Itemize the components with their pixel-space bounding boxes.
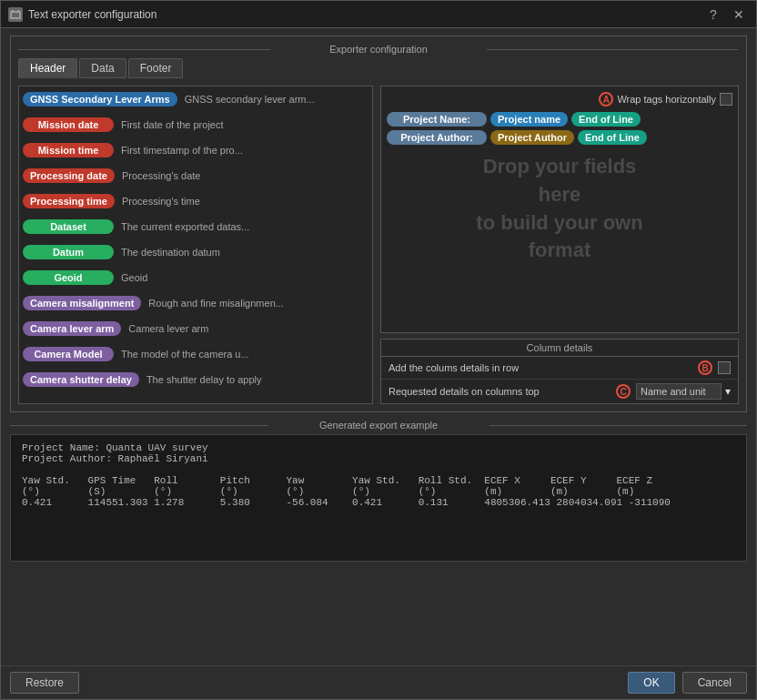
ok-button[interactable]: OK (628, 672, 674, 694)
main-window: Text exporter configuration ? ✕ Exporter… (0, 0, 757, 700)
project-name-tag[interactable]: Project name (490, 112, 568, 127)
wrap-tags-bar: A Wrap tags horizontally (387, 92, 732, 107)
tabs-container: Header Data Footer (18, 58, 739, 78)
details-dropdown[interactable]: Name and unit Name only Unit only None (636, 383, 722, 400)
wrap-tags-icon-a: A (599, 92, 613, 107)
exporter-config-label: Exporter configuration (18, 44, 739, 55)
drop-hint-line2: to build your own format (470, 209, 649, 266)
project-author-eol[interactable]: End of Line (578, 130, 647, 145)
dropdown-arrow-icon: ▾ (725, 385, 731, 398)
drop-hint-line1: Drop your fields here (470, 153, 649, 209)
tab-header[interactable]: Header (18, 58, 77, 78)
column-details-icon-b: B (698, 360, 712, 375)
add-colums-label: Add the colums details in row (389, 362, 692, 373)
format-row-project-author: Project Author: Project Author End of Li… (387, 130, 732, 145)
tag-camera-model: Camera Model (23, 347, 114, 361)
tag-processing-date-desc: Processing's date (122, 170, 368, 181)
cancel-button[interactable]: Cancel (682, 672, 747, 694)
details-dropdown-container: Name and unit Name only Unit only None ▾ (636, 383, 731, 400)
column-details-title: Column details (381, 340, 738, 357)
column-details-row-add: Add the colums details in row B (381, 357, 738, 380)
tag-camera-shutter: Camera shutter delay (23, 372, 139, 387)
tag-datum-desc: The destination datum (121, 247, 368, 258)
left-panel: GNSS Secondary Lever Arms GNSS secondary… (18, 86, 373, 404)
project-author-label: Project Author: (387, 130, 487, 145)
tag-geoid-desc: Geoid (121, 272, 368, 283)
tab-data[interactable]: Data (79, 58, 126, 78)
list-item[interactable]: Geoid Geoid (19, 265, 372, 290)
tag-camera-shutter-desc: The shutter delay to apply (146, 374, 368, 385)
list-item[interactable]: Datum The destination datum (19, 239, 372, 265)
add-colums-checkbox[interactable] (718, 361, 731, 374)
wrap-tags-label: Wrap tags horizontally (617, 94, 716, 105)
tag-mission-time-desc: First timestamp of the pro... (121, 145, 368, 156)
list-item[interactable]: Mission date First date of the project (19, 112, 372, 137)
generated-label: Generated export example (10, 420, 747, 431)
list-item[interactable]: Camera lever arm Camera lever arm (19, 316, 372, 341)
tag-mission-time: Mission time (23, 143, 114, 157)
tab-footer[interactable]: Footer (128, 58, 184, 78)
tab-content: GNSS Secondary Lever Arms GNSS secondary… (18, 86, 739, 404)
list-item[interactable]: Processing time Processing's time (19, 188, 372, 214)
tag-dataset: Dataset (23, 219, 114, 234)
tag-processing-date: Processing date (23, 168, 115, 183)
close-button[interactable]: ✕ (729, 5, 749, 25)
column-details-icon-c: C (616, 384, 631, 399)
app-icon (8, 7, 23, 22)
generated-section: Generated export example Project Name: Q… (10, 420, 747, 562)
tag-processing-time-desc: Processing's time (122, 196, 368, 207)
main-content: Exporter configuration Header Data Foote… (1, 28, 756, 665)
tag-dataset-desc: The current exported datas... (121, 221, 368, 232)
list-item[interactable]: Mission time First timestamp of the pro.… (19, 137, 372, 163)
tag-camera-misalignment-desc: Rough and fine misalignmen... (148, 298, 368, 309)
column-details: Column details Add the colums details in… (380, 339, 739, 404)
drop-hint: Drop your fields here to build your own … (470, 153, 649, 265)
tag-mission-date-desc: First date of the project (121, 119, 368, 130)
project-name-label: Project Name: (387, 112, 487, 127)
tag-mission-date: Mission date (23, 117, 114, 132)
format-rows: Project Name: Project name End of Line P… (387, 112, 732, 145)
project-author-tag[interactable]: Project Author (490, 130, 574, 145)
tag-datum: Datum (23, 245, 114, 259)
right-panel: A Wrap tags horizontally Project Name: P… (380, 86, 739, 404)
exporter-config-section: Exporter configuration Header Data Foote… (10, 36, 747, 412)
fields-list[interactable]: GNSS Secondary Lever Arms GNSS secondary… (18, 86, 373, 404)
tag-geoid: Geoid (23, 270, 114, 285)
window-title: Text exporter configuration (28, 8, 698, 21)
format-area[interactable]: A Wrap tags horizontally Project Name: P… (380, 86, 739, 333)
help-button[interactable]: ? (703, 5, 723, 25)
list-item[interactable]: Camera Model The model of the camera u..… (19, 341, 372, 367)
column-details-row-requested: Requested details on columns top C Name … (381, 380, 738, 403)
wrap-tags-checkbox[interactable] (720, 93, 732, 106)
svg-rect-0 (11, 12, 20, 18)
tag-camera-misalignment: Camera misalignment (23, 296, 141, 310)
list-item[interactable]: Camera misalignment Rough and fine misal… (19, 290, 372, 316)
restore-button[interactable]: Restore (10, 672, 79, 694)
tag-processing-time: Processing time (23, 194, 115, 208)
list-item[interactable]: GNSS Secondary Lever Arms GNSS secondary… (19, 86, 372, 112)
tag-camera-lever: Camera lever arm (23, 321, 121, 336)
tag-gnss: GNSS Secondary Lever Arms (23, 92, 177, 107)
list-item[interactable]: Dataset The current exported datas... (19, 214, 372, 239)
title-bar: Text exporter configuration ? ✕ (1, 1, 756, 28)
project-name-eol[interactable]: End of Line (571, 112, 641, 127)
format-row-project-name: Project Name: Project name End of Line (387, 112, 732, 127)
tag-gnss-desc: GNSS secondary lever arm... (185, 94, 368, 105)
tag-camera-lever-desc: Camera lever arm (128, 323, 368, 334)
requested-details-label: Requested details on columns top (389, 386, 611, 397)
footer-bar: Restore OK Cancel (1, 665, 756, 699)
generated-box: Project Name: Quanta UAV survey Project … (10, 434, 747, 562)
list-item[interactable]: Camera shutter delay The shutter delay t… (19, 367, 372, 392)
list-item[interactable]: Processing date Processing's date (19, 163, 372, 188)
tag-camera-model-desc: The model of the camera u... (121, 349, 368, 360)
